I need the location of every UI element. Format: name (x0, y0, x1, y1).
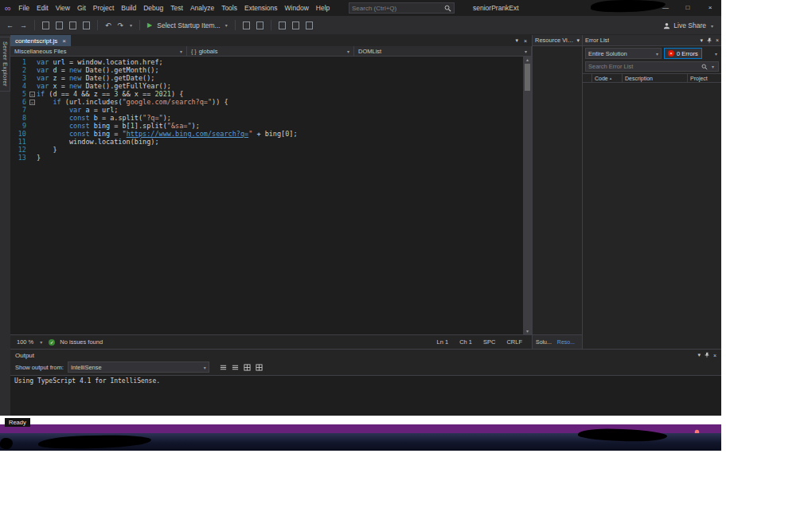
severity-column-header[interactable] (583, 74, 592, 82)
word-wrap-icon[interactable] (232, 364, 239, 371)
panel-close-icon[interactable]: × (713, 353, 716, 358)
find-icon[interactable] (279, 21, 286, 29)
code-line-12[interactable]: 12 } (10, 146, 523, 154)
dock-tab-reso[interactable]: Reso... (556, 337, 576, 349)
chevron-down-icon[interactable]: ▾ (697, 352, 701, 358)
code-line-4[interactable]: 4var x = new Date().getFullYear(); (10, 82, 523, 90)
attach-icon[interactable] (256, 21, 264, 29)
code-line-5[interactable]: 5−if (d == 4 && z == 3 && x == 2021) { (10, 90, 523, 98)
chevron-down-icon[interactable]: ▾ (715, 51, 719, 57)
quick-search-box[interactable] (349, 2, 455, 14)
chevron-down-icon[interactable]: ▾ (709, 23, 715, 29)
menu-test[interactable]: Test (167, 0, 187, 16)
startup-item-label[interactable]: Select Startup Item... (157, 21, 220, 29)
chevron-down-icon[interactable]: ▾ (224, 22, 229, 28)
column-description[interactable]: Description (623, 74, 688, 82)
menu-analyze[interactable]: Analyze (186, 0, 217, 16)
chevron-down-icon[interactable]: ▾ (38, 339, 44, 345)
error-list-search-box[interactable]: ▾ (585, 61, 719, 72)
code-line-8[interactable]: 8 const b = a.split("?q="); (10, 114, 523, 122)
menu-file[interactable]: File (15, 0, 33, 16)
menu-build[interactable]: Build (118, 0, 140, 16)
save-icon[interactable] (69, 21, 76, 29)
search-input[interactable] (349, 5, 444, 12)
errors-filter-button[interactable]: × 0 Errors (664, 48, 702, 59)
tab-close-icon[interactable]: × (62, 37, 66, 45)
output-header[interactable]: Output ▾ × (10, 350, 721, 361)
code-editor[interactable]: 1var url = window.location.href;2var d =… (10, 57, 523, 334)
scope-filter-dropdown[interactable]: Entire Solution ▾ (585, 48, 662, 59)
code-line-7[interactable]: 7 var a = url; (10, 106, 523, 114)
bookmark-icon[interactable] (306, 21, 313, 29)
editor-status-ch[interactable]: Ch 1 (459, 338, 472, 346)
live-share-label[interactable]: Live Share (673, 21, 706, 29)
scope-dropdown[interactable]: { } globals ▾ (187, 46, 354, 56)
editor-status-spc[interactable]: SPC (483, 338, 495, 346)
code-line-2[interactable]: 2var d = new Date().getMonth(); (10, 66, 523, 74)
toggle-output-icon[interactable] (256, 364, 263, 371)
chevron-down-icon[interactable]: ▾ (700, 37, 703, 44)
tab-list-chevron-icon[interactable]: ▾ (515, 37, 518, 44)
menu-debug[interactable]: Debug (140, 0, 167, 16)
tab-strip-close-icon[interactable]: × (524, 38, 527, 44)
scrollbar-thumb[interactable] (525, 64, 530, 91)
fold-collapse-icon[interactable]: − (29, 92, 35, 97)
undo-icon[interactable]: ↶ (103, 21, 113, 29)
live-share-person-icon[interactable] (663, 22, 670, 29)
code-line-11[interactable]: 11 window.location(bing); (10, 138, 523, 146)
editor-status-ln[interactable]: Ln 1 (437, 338, 449, 346)
maximize-button[interactable]: □ (677, 0, 699, 16)
tab-contentscript-js[interactable]: contentscript.js × (10, 35, 71, 46)
pin-icon[interactable] (704, 352, 710, 358)
scope-filter-label: Entire Solution (588, 50, 627, 57)
messages-icon[interactable] (220, 364, 227, 371)
code-line-13[interactable]: 13} (10, 154, 523, 162)
code-line-6[interactable]: 6− if (url.includes("google.com/search?q… (10, 98, 523, 106)
navigate-forward-icon[interactable]: → (18, 21, 29, 29)
resource-view-header[interactable]: Resource View ▾ (533, 35, 582, 46)
clear-all-icon[interactable] (244, 364, 251, 371)
menu-project[interactable]: Project (89, 0, 117, 16)
save-all-icon[interactable] (83, 21, 90, 29)
output-source-dropdown[interactable]: IntelliSense ▾ (68, 361, 209, 373)
chevron-down-icon[interactable]: ▾ (576, 37, 580, 44)
code-line-3[interactable]: 3var z = new Date().getDate(); (10, 74, 523, 82)
dock-tab-solu[interactable]: Solu... (534, 337, 553, 349)
menu-window[interactable]: Window (281, 0, 312, 16)
start-debug-icon[interactable]: ▶ (146, 21, 154, 29)
code-line-1[interactable]: 1var url = window.location.href; (10, 58, 523, 66)
error-list-header[interactable]: Error List ▾ × (583, 35, 721, 46)
column-code[interactable]: Code▴ (592, 74, 623, 82)
fold-collapse-icon[interactable]: − (29, 100, 35, 105)
menu-edit[interactable]: Edit (33, 0, 53, 16)
scroll-up-icon[interactable]: ▴ (526, 57, 529, 62)
new-file-icon[interactable] (42, 21, 49, 29)
chevron-down-icon[interactable]: ▾ (128, 22, 134, 28)
project-dropdown[interactable]: Miscellaneous Files ▾ (10, 46, 187, 56)
menu-view[interactable]: View (52, 0, 73, 16)
code-line-9[interactable]: 9 const bing = b[1].split("&sa="); (10, 122, 523, 130)
column-project[interactable]: Project (688, 74, 721, 82)
build-icon[interactable] (243, 21, 250, 29)
server-explorer-tab[interactable]: Server Explorer (0, 37, 10, 92)
scroll-down-icon[interactable]: ▾ (526, 328, 529, 334)
code-line-10[interactable]: 10 const bing = "https://www.bing.com/se… (10, 130, 523, 138)
editor-scrollbar[interactable]: ▴ ▾ (523, 57, 532, 334)
error-search-input[interactable] (586, 63, 699, 70)
member-dropdown[interactable]: DOMList ▾ (354, 46, 532, 56)
close-button[interactable]: × (699, 0, 721, 16)
menu-git[interactable]: Git (73, 0, 89, 16)
menu-help[interactable]: Help (312, 0, 333, 16)
open-file-icon[interactable] (56, 21, 63, 29)
navigate-back-icon[interactable]: ← (5, 21, 15, 29)
menu-extensions[interactable]: Extensions (240, 0, 281, 16)
comment-icon[interactable] (292, 21, 299, 29)
menu-tools[interactable]: Tools (218, 0, 241, 16)
output-source-value: IntelliSense (71, 364, 102, 371)
zoom-level-dropdown[interactable]: 100 % (17, 338, 33, 346)
panel-close-icon[interactable]: × (716, 37, 719, 43)
redo-icon[interactable]: ↷ (116, 21, 126, 29)
editor-status-crlf[interactable]: CRLF (506, 338, 522, 346)
pin-icon[interactable] (706, 37, 712, 44)
output-log[interactable]: Using TypeScript 4.1 for IntelliSense. (10, 375, 721, 416)
